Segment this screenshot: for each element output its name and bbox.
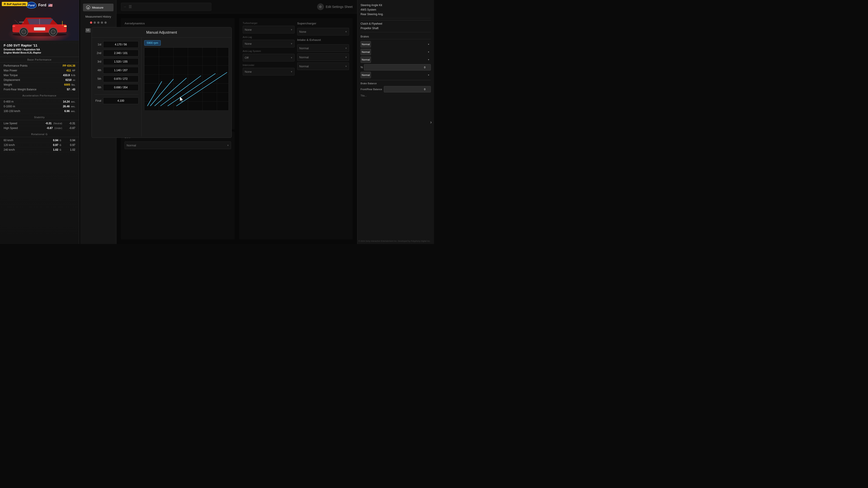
60kmh-label: 60 km/h bbox=[4, 139, 53, 142]
gear-5-row: 5th bbox=[94, 75, 138, 82]
gear-4-row: 4th bbox=[94, 67, 138, 74]
measure-button[interactable]: ▲ Measure bbox=[83, 4, 114, 11]
measure-dot-4[interactable] bbox=[101, 22, 103, 24]
gear-6-input[interactable] bbox=[103, 84, 138, 91]
l1-badge: L1 bbox=[86, 28, 91, 33]
0-400-label: 0-400 m bbox=[4, 100, 63, 103]
gear-2-label: 2nd bbox=[94, 52, 101, 55]
rpm-tag: 5900 rpm bbox=[144, 40, 161, 46]
gear-5-input[interactable] bbox=[103, 75, 138, 82]
rotational-g-stats: 60 km/h 0.94 G 0.94 120 km/h 0.97 G 0.97… bbox=[0, 137, 79, 153]
weight-value: 6005 lbs. bbox=[64, 83, 75, 86]
high-speed-values: -0.87 (Under) -0.87 bbox=[46, 127, 75, 130]
gear-3-input[interactable] bbox=[103, 58, 138, 65]
measure-dot-2[interactable] bbox=[94, 22, 96, 24]
gear-2-input[interactable] bbox=[103, 50, 138, 57]
car-model-name: F-150 SVT Raptor '11 bbox=[4, 43, 75, 47]
measure-icon: ▲ bbox=[86, 5, 90, 9]
stability-stats: Low Speed -0.31 (Neutral) -0.31 High Spe… bbox=[0, 120, 79, 131]
brakes-section-title: Brakes bbox=[361, 35, 431, 39]
gear-1-label: 1st bbox=[94, 43, 101, 46]
measure-dot-5[interactable] bbox=[104, 22, 107, 24]
displacement-value: 6210 cc bbox=[66, 78, 75, 82]
propellor-shaft-label: Propellor Shaft bbox=[361, 27, 431, 30]
high-speed-measured: -0.87 bbox=[64, 127, 75, 130]
rear-steering-angle-label: Rear Steering Ang. bbox=[361, 13, 431, 16]
right-panel: Steering Angle Kit 4WS System Rear Steer… bbox=[357, 0, 434, 244]
measurement-history-label: Measurement History bbox=[83, 15, 114, 19]
brand-name: Ford bbox=[38, 3, 46, 7]
engine-label: Engine Model bbox=[4, 51, 21, 54]
240kmh-label: 240 km/h bbox=[4, 148, 53, 151]
front-rear-balance-input[interactable] bbox=[384, 86, 431, 92]
accel-header: Acceleration Performance bbox=[0, 93, 79, 98]
engine-info: Engine Model Boss-6.2L-Raptor bbox=[4, 51, 75, 54]
120kmh-row: 120 km/h 0.97 G 0.97 bbox=[4, 143, 75, 148]
base-performance-stats: Performance Points PP 434.38 Max Power 4… bbox=[0, 63, 79, 93]
gear-6-label: 6th bbox=[94, 86, 101, 89]
gear-2-row: 2nd bbox=[94, 50, 138, 57]
gear-table: 1st 2nd 3rd 4th 5th 6th bbox=[92, 37, 142, 136]
brakes-row1-select[interactable]: Normal bbox=[361, 41, 371, 47]
pp-prefix: PP bbox=[63, 64, 66, 67]
aspiration-value: NA bbox=[36, 48, 40, 51]
manual-adjustment-panel: Manual Adjustment 1st 2nd 3rd 4th 5th bbox=[92, 27, 232, 138]
country-flag: 🇺🇸 bbox=[48, 3, 53, 7]
240kmh-row: 240 km/h 1.02 G 1.02 bbox=[4, 148, 75, 152]
car-svg: #150 bbox=[8, 12, 71, 37]
0-400-value: 14.24 sec. bbox=[63, 100, 75, 103]
brakes-row4-select[interactable]: Normal bbox=[361, 72, 371, 78]
brakes-row4-wrapper: Normal bbox=[361, 72, 431, 78]
gear-chart-svg bbox=[145, 48, 228, 110]
pp-row: Performance Points PP 434.38 bbox=[4, 64, 75, 68]
gear-1-row: 1st bbox=[94, 41, 138, 48]
gear-4-input[interactable] bbox=[103, 67, 138, 74]
measure-dot-1[interactable] bbox=[90, 22, 92, 24]
high-speed-label: High Speed bbox=[4, 127, 46, 130]
right-side-mid: Clutch & Flywheel Propellor Shaft bbox=[361, 22, 431, 32]
weight-row: Weight 6005 lbs. bbox=[4, 83, 75, 87]
gear-3-label: 3rd bbox=[94, 60, 101, 63]
ford-logo: Ford bbox=[26, 2, 36, 8]
measure-dot-3[interactable] bbox=[97, 22, 99, 24]
rpm-chart-area: 5900 rpm bbox=[142, 37, 231, 136]
measurement-dots bbox=[83, 22, 114, 24]
chevron-right-icon[interactable]: › bbox=[430, 120, 432, 125]
front-rear-balance-label: Front/Rear Balance bbox=[361, 88, 382, 91]
brakes-row3-wrapper: Normal bbox=[361, 57, 431, 63]
rpm-chart bbox=[144, 47, 229, 111]
gear-1-input[interactable] bbox=[103, 41, 138, 48]
brand-logo-area: Ford Ford 🇺🇸 bbox=[26, 2, 53, 8]
gear-3-row: 3rd bbox=[94, 58, 138, 65]
brakes-row2-select[interactable]: Normal bbox=[361, 49, 371, 55]
max-torque-row: Max Torque 433.9 ft-lb bbox=[4, 73, 75, 78]
svg-rect-11 bbox=[62, 21, 63, 26]
60kmh-measured: 0.94 bbox=[64, 139, 75, 142]
svg-rect-8 bbox=[12, 26, 15, 27]
svg-point-4 bbox=[22, 30, 26, 34]
right-side-top: Steering Angle Kit 4WS System Rear Steer… bbox=[361, 4, 431, 18]
gear-6-row: 6th bbox=[94, 84, 138, 91]
engine-value: Boss-6.2L-Raptor bbox=[21, 51, 41, 54]
base-performance-header: Base Performance bbox=[0, 57, 79, 63]
clutch-flywheel-label: Clutch & Flywheel bbox=[361, 22, 431, 25]
svg-rect-13 bbox=[145, 48, 228, 110]
panel-content: 1st 2nd 3rd 4th 5th 6th bbox=[92, 37, 231, 136]
low-speed-label: Low Speed bbox=[4, 122, 45, 125]
brakes-row3-select[interactable]: Normal bbox=[361, 57, 371, 63]
max-power-value: 411 HP bbox=[66, 69, 75, 72]
brakes-percent-input[interactable] bbox=[364, 64, 431, 70]
brakes-percent-row: % bbox=[361, 64, 431, 70]
final-gear-label: Final bbox=[94, 99, 101, 102]
copyright-text: © 2024 Sony Interactive Entertainment In… bbox=[359, 240, 430, 242]
0-1000-row: 0-1000 m 26.46 sec. bbox=[4, 104, 75, 109]
max-torque-label: Max Torque bbox=[4, 74, 63, 77]
120kmh-values: 0.97 G 0.97 bbox=[53, 143, 75, 147]
final-gear-input[interactable] bbox=[103, 97, 138, 104]
left-panel: ⚖ BoP Applied (M) Ford Ford 🇺🇸 bbox=[0, 0, 79, 244]
100-150-row: 100-150 km/h 6.96 sec. bbox=[4, 109, 75, 113]
low-speed-measured: -0.31 bbox=[64, 122, 75, 125]
brakes-row4: Normal bbox=[361, 72, 431, 78]
stability-header: Stability bbox=[0, 115, 79, 120]
0-400-row: 0-400 m 14.24 sec. bbox=[4, 99, 75, 104]
